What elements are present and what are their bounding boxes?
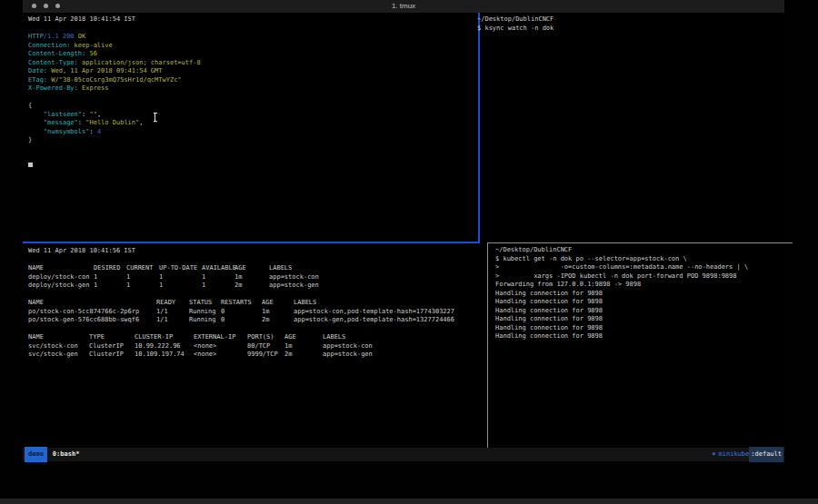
terminal-line: Handling connection for 9898	[495, 298, 793, 307]
table-cell: STATUS	[189, 299, 221, 308]
services-table: NAMETYPECLUSTER-IPEXTERNAL-IPPORT(S)AGEL…	[28, 333, 491, 360]
table-cell: app=stock-gen	[269, 282, 491, 291]
window-label[interactable]: 0:bash*	[53, 448, 80, 461]
terminal-line: Handling connection for 9898	[495, 315, 793, 324]
timestamp-line: Wed 11 Apr 2018 10:41:56 IST	[28, 247, 491, 256]
terminal-line: }	[28, 136, 478, 145]
terminal-line: Content-Length: 56	[28, 50, 478, 59]
table-cell: 0	[221, 308, 262, 317]
terminal-line: > xargs -IPOD kubectl -n dok port-forwar…	[495, 272, 793, 282]
table-cell: 1	[202, 273, 234, 282]
terminal-text-segment: "lastseen"	[44, 111, 82, 118]
table-cell: 1m	[284, 342, 323, 351]
pane-ksync[interactable]: ~/Desktop/DublinCNCF $ ksync watch -n do…	[474, 13, 787, 245]
terminal-line: Handling connection for 9898	[495, 290, 793, 299]
terminal-line: ETag: W/"38-05coCsrg3mQ75sHr1d/qcMTwYZc"	[28, 76, 478, 85]
blank-line	[28, 291, 491, 300]
pods-table: NAMEREADYSTATUSRESTARTSAGELABELSpo/stock…	[28, 299, 491, 325]
table-cell: READY	[156, 299, 189, 308]
table-header-row: NAMETYPECLUSTER-IPEXTERNAL-IPPORT(S)AGEL…	[28, 333, 491, 342]
table-cell: UP-TO-DATE	[159, 264, 202, 273]
terminal-text-segment: 56	[89, 50, 96, 57]
terminal-text-segment: Wed 11 Apr 2018 10:41:54 IST	[28, 15, 135, 23]
table-cell: po/stock-con-5cc874766c-2p6rp	[28, 308, 156, 317]
table-cell: 1	[159, 273, 202, 282]
terminal-text-segment: ""	[89, 111, 96, 118]
terminal-text-segment: application/json; charset=utf-8	[82, 59, 201, 66]
table-cell: NAME	[28, 264, 94, 273]
table-cell: NAME	[28, 333, 89, 342]
terminal-text-segment: /1.1 200	[44, 33, 78, 40]
terminal-text-segment: ,	[97, 111, 101, 118]
terminal-text-segment: :	[89, 128, 96, 135]
terminal-text-segment: Content-Length:	[28, 50, 89, 57]
table-cell: 1	[94, 282, 126, 291]
terminal-text-segment: }	[28, 136, 32, 143]
table-cell: AGE	[234, 264, 269, 273]
table-cell: 1/1	[156, 316, 189, 325]
mouse-cursor-ibeam-icon	[153, 113, 157, 123]
blank-line	[28, 325, 491, 334]
table-row: svc/stock-genClusterIP10.109.197.74<none…	[28, 351, 491, 360]
terminal-line: Forwarding from 127.0.0.1:9898 -> 9898	[495, 281, 793, 290]
terminal-line: Content-Type: application/json; charset=…	[28, 59, 478, 68]
terminal-text-segment: Express	[82, 84, 109, 92]
table-cell: 2m	[234, 282, 269, 291]
table-cell: DESIRED	[94, 264, 126, 273]
command-line: $ ksync watch -n dok	[477, 25, 787, 34]
table-cell: Running	[189, 308, 221, 317]
table-cell: po/stock-gen-576cc688bb-swqf6	[28, 316, 156, 325]
table-row: po/stock-con-5cc874766c-2p6rp1/1Running0…	[28, 308, 491, 317]
blank-line	[28, 256, 491, 265]
table-cell: NAME	[28, 299, 156, 308]
terminal-line: $ kubectl get -n dok po --selector=app=s…	[495, 255, 793, 264]
table-cell: svc/stock-con	[28, 342, 89, 351]
terminal-window: 1. tmux Wed 11 Apr 2018 10:41:54 ISTHTTP…	[23, 0, 784, 461]
terminal-text-segment: X-Powered-By:	[28, 84, 82, 92]
table-cell: 1	[159, 282, 202, 291]
table-cell: 10.99.222.96	[135, 342, 194, 351]
pane-port-forward[interactable]: ~/Desktop/DublinCNCF$ kubectl get -n dok…	[487, 242, 793, 451]
window-titlebar: 1. tmux	[23, 0, 784, 14]
terminal-cursor	[28, 163, 33, 167]
table-cell: 1m	[262, 308, 294, 317]
terminal-text-segment: keep-alive	[75, 42, 113, 49]
tmux-content-area: Wed 11 Apr 2018 10:41:54 ISTHTTP/1.1 200…	[23, 13, 784, 448]
terminal-line	[28, 25, 478, 34]
pane-http-response[interactable]: Wed 11 Apr 2018 10:41:54 ISTHTTP/1.1 200…	[23, 13, 480, 243]
terminal-text-segment: Connection:	[28, 42, 75, 49]
terminal-line: Date: Wed, 11 Apr 2018 09:41:54 GMT	[28, 67, 478, 76]
terminal-line: Handling connection for 9898	[495, 307, 793, 316]
cwd-line: ~/Desktop/DublinCNCF	[477, 15, 787, 25]
table-cell: 1	[202, 282, 234, 291]
session-name-badge: demo	[25, 447, 47, 462]
terminal-line	[28, 94, 478, 103]
port-forward-output: ~/Desktop/DublinCNCF$ kubectl get -n dok…	[495, 246, 793, 341]
terminal-line: "message": "Hello Dublin",	[28, 119, 478, 128]
table-row: deploy/stock-gen11112mapp=stock-gen	[28, 282, 491, 291]
terminal-text-segment: :	[78, 119, 85, 126]
table-cell: 1m	[234, 273, 269, 282]
table-row: deploy/stock-con11111mapp=stock-con	[28, 273, 491, 282]
terminal-line: "lastseen": "",	[28, 111, 478, 120]
kube-context-label: minikube	[719, 448, 750, 461]
table-cell: LABELS	[294, 299, 491, 308]
screen-bottom-strip	[0, 499, 818, 504]
terminal-line: Handling connection for 9898	[495, 332, 793, 341]
table-cell: PORT(S)	[247, 333, 284, 342]
table-cell: LABELS	[269, 264, 491, 273]
table-cell: ClusterIP	[89, 342, 135, 351]
window-title: 1. tmux	[23, 2, 784, 10]
table-cell: ClusterIP	[89, 351, 135, 360]
pane-kubectl-get[interactable]: Wed 11 Apr 2018 10:41:56 IST NAMEDESIRED…	[23, 242, 491, 453]
terminal-text-segment	[28, 128, 44, 135]
table-cell: deploy/stock-gen	[28, 282, 94, 291]
terminal-text-segment: "Hello Dublin"	[85, 119, 139, 126]
terminal-line: {	[28, 102, 478, 111]
terminal-text-segment: Content-Type:	[28, 59, 82, 66]
terminal-line: Connection: keep-alive	[28, 42, 478, 51]
http-response-output: Wed 11 Apr 2018 10:41:54 ISTHTTP/1.1 200…	[28, 15, 478, 145]
table-cell: 9999/TCP	[247, 351, 284, 360]
table-cell: 1	[94, 273, 126, 282]
terminal-text-segment: ,	[139, 119, 143, 126]
